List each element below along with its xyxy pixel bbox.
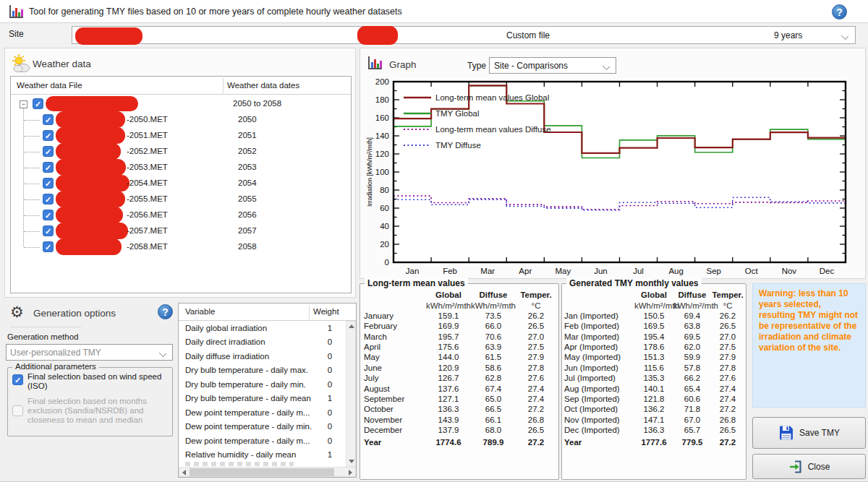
file-checkbox[interactable]: ✓ [43, 241, 54, 252]
months-exclusion-checkbox[interactable]: ✓ [12, 405, 23, 416]
year-cell: 27.2 [516, 435, 556, 447]
month-cell: 57.8 [673, 363, 711, 373]
svg-text:Apr: Apr [519, 267, 532, 275]
file-suffix: -2050.MET [127, 115, 168, 124]
month-cell: 137.6 [426, 383, 471, 393]
year-cell: Year [364, 435, 426, 447]
tree-root-dates: 2050 to 2058 [233, 99, 281, 108]
tree-file-row[interactable]: ✓-2054.MET2054 [11, 176, 351, 191]
graph-type-value: Site - Comparisons [494, 61, 568, 71]
month-cell: May (Imported) [564, 352, 634, 362]
variable-row[interactable]: Dew point temperature - daily min.0 [179, 420, 346, 434]
svg-text:100: 100 [375, 168, 389, 176]
file-year: 2051 [238, 131, 257, 139]
month-cell: January [364, 311, 426, 321]
tree-file-row[interactable]: ✓-2053.MET2053 [11, 160, 351, 176]
tmy-table: GlobalDiffuseTemper.kWh/m²/mthkWh/m²/mth… [564, 290, 744, 447]
help-icon-main[interactable]: ? [832, 4, 847, 20]
variables-vscrollbar[interactable] [346, 321, 356, 467]
site-field[interactable]: Custom file 9 years [72, 26, 856, 44]
variable-row[interactable]: Dry bulb temperature - daily min.0 [179, 377, 346, 392]
file-checkbox[interactable]: ✓ [43, 146, 54, 157]
month-cell: 26.5 [711, 321, 744, 331]
tree-expander-icon[interactable]: − [20, 100, 27, 108]
file-year: 2053 [238, 163, 257, 171]
svg-text:60: 60 [380, 204, 389, 212]
month-cell: 27.4 [516, 394, 556, 404]
variable-row[interactable]: Daily diffuse irradiation0 [179, 349, 346, 363]
variable-weight: 0 [314, 436, 346, 445]
svg-text:140: 140 [375, 132, 389, 140]
file-checkbox[interactable]: ✓ [43, 225, 54, 236]
month-cell: Mar (Imported) [564, 332, 634, 342]
file-checkbox[interactable]: ✓ [43, 178, 54, 189]
variable-name: Daily diffuse irradiation [185, 352, 314, 361]
file-checkbox[interactable]: ✓ [43, 210, 54, 220]
additional-parameters-group: Additional parameters ✓ Final selection … [7, 367, 173, 436]
variable-row[interactable]: Daily direct irradiation0 [179, 335, 346, 350]
month-cell: May [364, 352, 426, 362]
month-cell: 70.6 [471, 332, 516, 342]
cell-blank [364, 300, 426, 310]
variable-name: Dry bulb temperature - daily mean [185, 394, 314, 403]
tree-file-row[interactable]: ✓-2052.MET2052 [11, 144, 351, 160]
redaction-file-name [56, 191, 125, 207]
variable-row[interactable]: Dry bulb temperature - daily mean1 [179, 392, 346, 406]
file-checkbox[interactable]: ✓ [43, 162, 54, 173]
scroll-left-arrow[interactable] [182, 470, 186, 475]
graph-type-select[interactable]: Site - Comparisons [489, 57, 616, 74]
tree-file-row[interactable]: ✓-2058.MET2058 [11, 239, 351, 255]
variable-weight: 1 [314, 394, 346, 403]
file-year: 2056 [238, 210, 257, 219]
variable-row[interactable]: Relative humidity - daily mean1 [179, 448, 346, 462]
tree-root-checkbox[interactable]: ✓ [33, 98, 43, 109]
graph-title: Graph [389, 59, 417, 70]
variable-name: Dew point temperature - daily m... [185, 436, 314, 445]
generation-method-select[interactable]: User-personalized TMY [6, 344, 173, 361]
tree-root-row[interactable]: −✓2050 to 2058 [11, 96, 351, 112]
month-cell: 65.0 [471, 394, 516, 404]
longterm-groupbox: Long-term mean values GlobalDiffuseTempe… [359, 283, 559, 480]
month-cell: 115.6 [634, 363, 673, 373]
tree-file-row[interactable]: ✓-2051.MET2051 [11, 128, 351, 144]
month-cell: Dec (Imported) [564, 425, 634, 435]
month-cell: 159.1 [426, 311, 471, 321]
help-icon-generation[interactable]: ? [158, 304, 173, 319]
redaction-file-name [56, 207, 123, 223]
file-checkbox[interactable]: ✓ [43, 130, 54, 141]
weather-sun-cloud-icon [11, 54, 31, 73]
scroll-down-arrow[interactable] [349, 460, 354, 463]
tmy-tool-window: Tool for generating TMY files based on 1… [0, 0, 868, 482]
scroll-thumb[interactable] [190, 468, 334, 476]
month-cell: 68.0 [471, 425, 516, 435]
wind-speed-checkbox[interactable]: ✓ [12, 374, 23, 385]
month-cell: 27.4 [711, 383, 744, 393]
variable-row[interactable]: Dry bulb temperature - daily max.0 [179, 363, 346, 378]
month-cell: Nov (Imported) [564, 415, 634, 425]
close-button[interactable]: Close [752, 454, 866, 479]
weather-file-list: Weather data File Weather data dates −✓2… [10, 76, 352, 293]
chevron-down-icon[interactable] [842, 32, 849, 39]
variable-row[interactable]: Dew point temperature - daily m...0 [179, 434, 346, 448]
save-tmy-button[interactable]: Save TMY [752, 417, 866, 449]
tree-file-row[interactable]: ✓-2055.MET2055 [11, 191, 351, 207]
svg-text:May: May [556, 267, 571, 275]
month-cell: 27.5 [711, 342, 744, 352]
month-cell: 26.8 [711, 415, 744, 425]
file-checkbox[interactable]: ✓ [43, 194, 54, 205]
scroll-up-arrow[interactable] [349, 324, 354, 328]
month-cell: 26.5 [516, 321, 556, 331]
tree-file-row[interactable]: ✓-2056.MET2056 [11, 207, 351, 223]
col-units: kWh/m²/mth [673, 300, 711, 310]
year-cell: 27.2 [711, 435, 744, 447]
tree-branch-line [24, 231, 40, 232]
variables-hscrollbar[interactable] [179, 467, 356, 477]
scroll-right-arrow[interactable] [349, 470, 352, 475]
tree-branch-line [24, 215, 40, 216]
tree-file-row[interactable]: ✓-2057.MET2057 [11, 223, 351, 239]
variable-row[interactable]: Daily global irradiation1 [179, 321, 346, 335]
tree-file-row[interactable]: ✓-2050.MET2050 [11, 112, 351, 128]
month-cell: 65.4 [673, 383, 711, 393]
variable-row[interactable]: Dew point temperature - daily m...0 [179, 405, 346, 420]
file-checkbox[interactable]: ✓ [43, 114, 54, 125]
